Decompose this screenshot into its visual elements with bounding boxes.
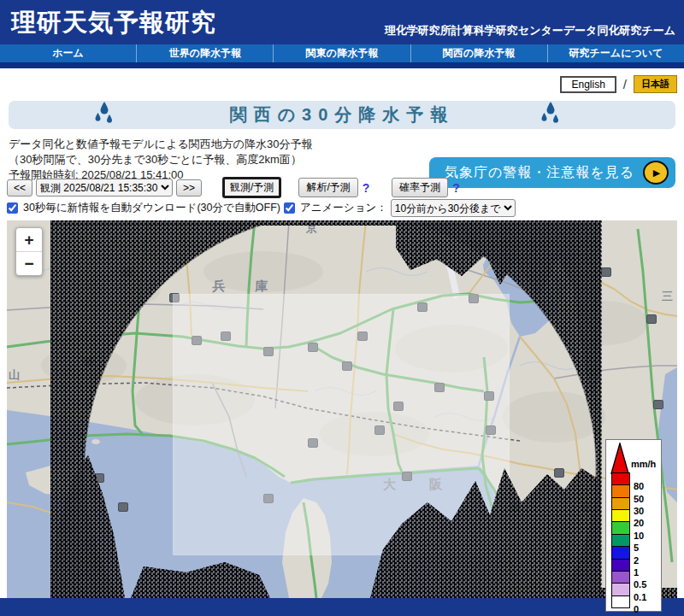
description-line1: データ同化と数値予報モデルによる関西地方の降水30分予報	[9, 137, 313, 152]
legend-row: 0.5	[611, 572, 656, 584]
nav-home[interactable]: ホーム	[0, 44, 136, 62]
mode-analysis-forecast-button[interactable]: 解析/予測	[298, 178, 357, 197]
mode-observation-forecast-button[interactable]: 観測/予測	[222, 177, 281, 198]
map-zoom-control: + −	[15, 227, 43, 276]
legend-color-box	[611, 571, 630, 584]
time-select[interactable]: 観測 2025/08/21 15:35:30	[36, 179, 173, 197]
route-shield-icon	[646, 314, 657, 324]
legend-row: 0.1	[611, 584, 656, 595]
label-yama: 山	[9, 367, 20, 383]
legend-color-box	[611, 497, 630, 510]
route-shield-icon	[221, 331, 231, 341]
route-shield-icon	[94, 473, 104, 483]
legend-color-box	[611, 484, 630, 497]
description-line2: （30秒間隔で、30分先まで30秒ごとに予報、高度2km面）	[9, 152, 313, 167]
english-button[interactable]: English	[560, 76, 616, 93]
jma-warnings-button[interactable]: 気象庁の警報・注意報を見る ▶	[429, 157, 675, 188]
time-controls: << 観測 2025/08/21 15:35:30 >> 観測/予測 解析/予測…	[7, 177, 465, 198]
route-shield-icon	[402, 472, 412, 481]
header: 理研天気予報研究 理化学研究所計算科学研究センターデータ同化研究チーム	[0, 0, 684, 44]
route-shield-icon	[169, 293, 180, 302]
label-osaka: 大 阪	[383, 477, 452, 493]
animation-label: アニメーション：	[300, 201, 387, 215]
precip-legend: mm/h 80503020105210.50.10	[605, 439, 662, 612]
label-mie: 三	[662, 289, 673, 304]
legend-color-box	[611, 472, 630, 485]
route-shield-icon	[510, 502, 520, 512]
language-toggle: English / 日本語	[560, 75, 677, 93]
legend-unit: mm/h	[631, 459, 656, 469]
option-controls: 30秒毎に新情報を自動ダウンロード(30分で自動OFF) アニメーション： 10…	[7, 199, 516, 217]
route-shield-icon	[393, 402, 404, 411]
mode-probability-button[interactable]: 確率予測	[392, 178, 448, 197]
step-back-button[interactable]: <<	[7, 179, 32, 197]
japanese-button[interactable]: 日本語	[634, 75, 677, 93]
site-title: 理研天気予報研究	[11, 6, 216, 40]
route-shield-icon	[118, 502, 128, 512]
route-shield-icon	[484, 391, 494, 401]
radar-range-hatch	[50, 220, 601, 598]
forecast-description: データ同化と数値予報モデルによる関西地方の降水30分予報 （30秒間隔で、30分…	[9, 137, 313, 183]
route-shield-icon	[434, 383, 445, 392]
jma-warnings-label: 気象庁の警報・注意報を見る	[445, 164, 634, 182]
legend-arrow-icon	[610, 443, 629, 474]
route-shield-icon	[601, 267, 611, 277]
legend-color-box	[611, 595, 630, 608]
legend-row: 1	[611, 560, 656, 572]
precipitation-map[interactable]: 兵 庫 大 阪 京 山 三 + −	[7, 220, 677, 598]
page-title: 関西の30分降水予報	[9, 101, 675, 129]
legend-value-label: 0	[634, 604, 639, 614]
label-kyoto: 京	[306, 220, 317, 236]
auto-download-checkbox[interactable]	[7, 202, 18, 214]
legend-row: 0	[611, 596, 656, 608]
animation-checkbox[interactable]	[284, 202, 295, 214]
legend-color-box	[611, 521, 630, 534]
legend-color-box	[611, 583, 630, 595]
zoom-in-button[interactable]: +	[16, 228, 42, 251]
probability-help-link[interactable]: ?	[452, 181, 460, 195]
route-shield-icon	[308, 343, 318, 352]
animation-range-select[interactable]: 10分前から30分後まで	[391, 199, 516, 217]
step-forward-button[interactable]: >>	[176, 179, 202, 197]
radar-range-hatch	[50, 220, 601, 226]
nav-about-team[interactable]: 研究チームについて	[547, 44, 684, 62]
radar-range-hatch	[50, 220, 601, 598]
route-shield-icon	[554, 468, 564, 478]
map-dim-overlay	[7, 220, 677, 598]
route-shield-icon	[581, 502, 592, 512]
play-icon: ▶	[643, 161, 669, 185]
route-shield-icon	[417, 302, 428, 312]
base-map	[7, 220, 677, 598]
nav-world-precip[interactable]: 世界の降水予報	[136, 44, 273, 62]
radar-range-hatch	[50, 220, 601, 598]
shield-layer	[7, 220, 677, 598]
legend-row: 50	[611, 485, 656, 497]
route-shield-icon	[308, 438, 318, 448]
main-nav: ホーム 世界の降水予報 関東の降水予報 関西の降水予報 研究チームについて	[0, 44, 684, 62]
nav-kansai-precip[interactable]: 関西の降水予報	[410, 44, 547, 62]
legend-row: 80	[611, 473, 656, 485]
legend-color-box	[611, 559, 630, 572]
nav-kanto-precip[interactable]: 関東の降水予報	[273, 44, 410, 62]
legend-row: 30	[611, 498, 656, 510]
page: 理研天気予報研究 理化学研究所計算科学研究センターデータ同化研究チーム ホーム …	[0, 0, 684, 616]
legend-row: 10	[611, 522, 656, 534]
legend-color-box	[611, 509, 630, 522]
domain-boundary-line	[50, 220, 51, 598]
route-shield-icon	[653, 400, 663, 409]
route-shield-icon	[84, 357, 94, 367]
route-shield-icon	[192, 336, 202, 345]
raindrop-icon	[540, 102, 566, 128]
route-shield-icon	[122, 267, 133, 277]
language-separator: /	[623, 77, 627, 91]
org-subtitle: 理化学研究所計算科学研究センターデータ同化研究チーム	[385, 23, 675, 38]
zoom-out-button[interactable]: −	[16, 252, 42, 275]
analysis-help-link[interactable]: ?	[363, 181, 370, 195]
legend-row: 5	[611, 535, 656, 547]
legend-row: 20	[611, 510, 656, 522]
nav-underline	[0, 62, 684, 68]
route-shield-icon	[357, 331, 368, 341]
legend-color-box	[611, 534, 630, 547]
route-shield-icon	[486, 425, 496, 435]
legend-color-box	[611, 546, 630, 559]
